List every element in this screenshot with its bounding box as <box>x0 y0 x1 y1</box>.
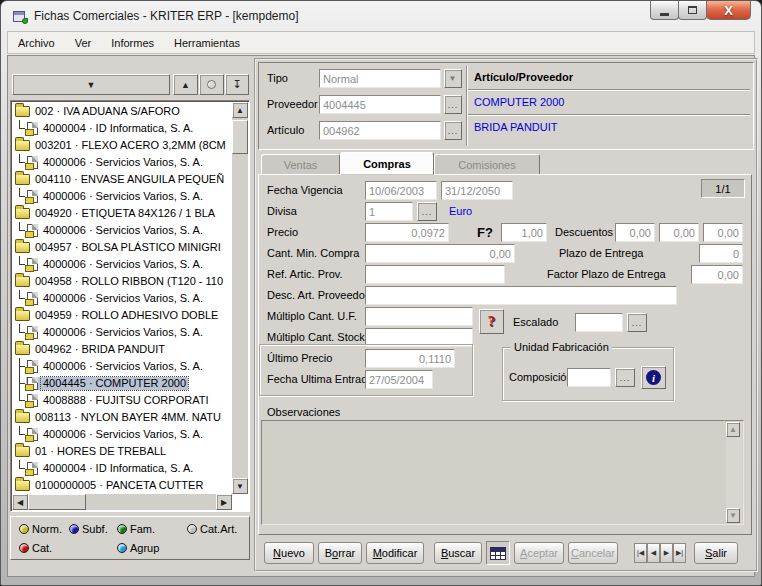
scroll-down-button[interactable]: ▼ <box>232 478 248 494</box>
tree-provider-item[interactable]: 4000006 · Servicios Varios, S. A. <box>13 290 231 307</box>
scroll-right-button[interactable]: ▶ <box>216 494 232 510</box>
observaciones-scrollbar[interactable]: ▲ ▼ <box>726 422 742 523</box>
tree-collapse-button[interactable]: ▲ <box>173 74 198 95</box>
observaciones-textarea[interactable]: ▲ ▼ <box>261 420 744 525</box>
escalado-input[interactable] <box>575 313 623 332</box>
divisa-input[interactable] <box>365 202 413 221</box>
tree-provider-item[interactable]: 4000004 · ID Informatica, S. A. <box>13 120 231 137</box>
nav-last-button[interactable]: ▶| <box>673 543 686 563</box>
tree-folder-item[interactable]: 004110 · ENVASE ANGUILA PEQUEÑ <box>13 171 231 188</box>
tree-folder-item[interactable]: 004957 · BOLSA PLÁSTICO MINIGRI <box>13 239 231 256</box>
tree-horizontal-scrollbar[interactable]: ◀ ▶ <box>12 494 232 510</box>
tree-folder-item[interactable]: 004920 · ETIQUETA 84X126 / 1 BLA <box>13 205 231 222</box>
tree-provider-item[interactable]: 4000006 · Servicios Varios, S. A. <box>13 324 231 341</box>
borrar-button[interactable]: Borrar <box>318 542 362 564</box>
scroll-down-button[interactable]: ▼ <box>726 508 740 523</box>
buscar-button[interactable]: Buscar <box>434 542 482 564</box>
nav-next-button[interactable]: ▶ <box>660 543 673 563</box>
fecha-ultima-input[interactable] <box>365 370 433 389</box>
nav-first-button[interactable]: |◀ <box>634 543 647 563</box>
plazo-input[interactable] <box>699 244 743 263</box>
ultimo-precio-input[interactable] <box>365 349 455 368</box>
currency-conversion-icon[interactable]: F? <box>477 225 493 240</box>
factor-plazo-input[interactable] <box>691 265 743 284</box>
tree-folder-item[interactable]: 004958 · ROLLO RIBBON (T120 - 110 <box>13 273 231 290</box>
escalado-help-button[interactable]: ? <box>479 309 504 334</box>
tree-provider-item[interactable]: 4000006 · Servicios Varios, S. A. <box>13 426 231 443</box>
tree-folder-item[interactable]: 008113 · NYLON BAYER 4MM. NATU <box>13 409 231 426</box>
tipo-input[interactable] <box>319 69 441 88</box>
tree-folder-item[interactable]: 004959 · ROLLO ADHESIVO DOBLE <box>13 307 231 324</box>
fecha-ultima-label: Fecha Ultima Entrada <box>267 373 373 385</box>
info-button[interactable]: i <box>641 366 666 389</box>
nuevo-button[interactable]: Nuevo <box>264 542 314 564</box>
ref-artic-input[interactable] <box>365 265 505 284</box>
articulo-input[interactable] <box>319 121 441 140</box>
tree-goto-end-button[interactable]: ↧ <box>225 74 249 95</box>
tree-provider-item[interactable]: 4000006 · Servicios Varios, S. A. <box>13 222 231 239</box>
tree-provider-item[interactable]: 4000004 · ID Informatica, S. A. <box>13 460 231 477</box>
tree-provider-item[interactable]: 4000006 · Servicios Varios, S. A. <box>13 154 231 171</box>
tree-vertical-scrollbar[interactable]: ▲ ▼ <box>232 102 248 494</box>
tree-folder-item[interactable]: 003201 · FLEXO ACERO 3,2MM (8CM <box>13 137 231 154</box>
tree-provider-item[interactable]: 4008888 · FUJITSU CORPORATI <box>13 392 231 409</box>
tree-folder-item[interactable]: 004962 · BRIDA PANDUIT <box>13 341 231 358</box>
tree-filter-dropdown[interactable]: ▼ <box>12 74 170 95</box>
modificar-button[interactable]: Modificar <box>366 542 424 564</box>
composicion-browse-button[interactable]: ... <box>615 368 635 387</box>
menu-herramientas[interactable]: Herramientas <box>164 33 250 53</box>
divisa-browse-button[interactable]: ... <box>417 202 437 221</box>
precio-input[interactable] <box>365 223 449 242</box>
tree-provider-item[interactable]: 4004445 · COMPUTER 2000 <box>13 375 231 392</box>
tree-folder-item[interactable]: 002 · IVA ADUANA S/AFORO <box>13 103 231 120</box>
cancelar-button[interactable]: Cancelar <box>568 542 618 564</box>
multiplo-uf-input[interactable] <box>365 307 473 326</box>
escalado-browse-button[interactable]: ... <box>627 313 647 332</box>
tab-comisiones[interactable]: Comisiones <box>434 154 540 176</box>
descuento3-input[interactable] <box>703 223 743 242</box>
folder-icon <box>15 174 30 185</box>
tree-provider-item[interactable]: 4000006 · Servicios Varios, S. A. <box>13 256 231 273</box>
fecha-hasta-input[interactable] <box>441 181 513 200</box>
composicion-input[interactable] <box>567 368 611 387</box>
close-button[interactable]: X <box>706 1 751 20</box>
scroll-left-button[interactable]: ◀ <box>12 494 28 510</box>
menu-informes[interactable]: Informes <box>101 33 164 53</box>
tree-category-button[interactable] <box>199 74 224 95</box>
app-window: Fichas Comerciales - KRITER ERP - [kempd… <box>0 0 762 586</box>
tree-folder-item[interactable]: 0100000005 · PANCETA CUTTER <box>13 477 231 493</box>
tipo-dropdown-button[interactable]: ▼ <box>444 69 462 88</box>
scroll-up-button[interactable]: ▲ <box>232 102 248 118</box>
document-icon <box>27 377 38 390</box>
scroll-thumb[interactable] <box>28 494 86 510</box>
precio-factor-input[interactable] <box>501 223 547 242</box>
desc-art-input[interactable] <box>365 286 677 305</box>
scroll-thumb[interactable] <box>232 120 248 154</box>
window-title: Fichas Comerciales - KRITER ERP - [kempd… <box>34 9 299 23</box>
articulo-browse-button[interactable]: ... <box>444 121 462 140</box>
menu-archivo[interactable]: Archivo <box>8 33 65 53</box>
tree-provider-item[interactable]: 4000006 · Servicios Varios, S. A. <box>13 358 231 375</box>
tab-ventas[interactable]: Ventas <box>261 154 340 176</box>
grid-view-button[interactable] <box>486 541 510 565</box>
salir-button[interactable]: Salir <box>694 542 738 564</box>
tree-provider-item[interactable]: 4000006 · Servicios Varios, S. A. <box>13 188 231 205</box>
descuento1-input[interactable] <box>615 223 655 242</box>
up-arrow-icon: ▲ <box>729 425 737 434</box>
menu-ver[interactable]: Ver <box>65 33 102 53</box>
maximize-button[interactable] <box>678 1 707 20</box>
tab-compras[interactable]: Compras <box>340 152 434 175</box>
tree-item-label: 4000004 · ID Informatica, S. A. <box>41 462 195 475</box>
tree-items: 002 · IVA ADUANA S/AFORO4000004 · ID Inf… <box>13 103 231 493</box>
scroll-up-button[interactable]: ▲ <box>726 422 740 437</box>
fecha-desde-input[interactable] <box>365 181 437 200</box>
nav-prev-button[interactable]: ◀ <box>647 543 660 563</box>
aceptar-button[interactable]: Aceptar <box>514 542 564 564</box>
cant-min-input[interactable] <box>365 244 515 263</box>
minimize-button[interactable] <box>650 1 679 20</box>
descuento2-input[interactable] <box>659 223 699 242</box>
proveedor-browse-button[interactable]: ... <box>444 95 462 114</box>
tree-folder-item[interactable]: 01 · HORES DE TREBALL <box>13 443 231 460</box>
title-bar[interactable]: Fichas Comerciales - KRITER ERP - [kempd… <box>1 1 761 31</box>
proveedor-input[interactable] <box>319 95 441 114</box>
